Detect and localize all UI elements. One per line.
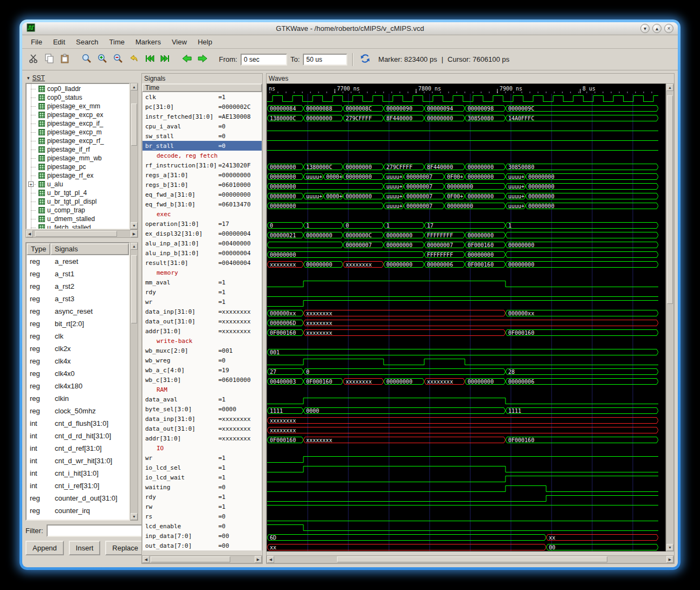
scroll-up-button[interactable]: ▲ [666,84,673,91]
wave-row-wb_wreg[interactable] [267,359,658,365]
signal-row-regs_b[31:0][interactable]: regs_b[31:0]=06010000 [142,180,262,190]
go-to-start-button[interactable] [142,53,157,67]
sst-horizontal-scrollbar[interactable]: ◀ ▶ [25,230,138,238]
tree-item-u_fetch_stalled[interactable]: u_fetch_stalled [27,223,129,230]
prev-edge-button[interactable] [180,53,194,67]
wave-row-data_inp[31:0][interactable]: xxxxxxxx [267,418,658,424]
wave-row-io_lcd_sel[interactable] [267,466,658,472]
tree-item-pipestage_mm_wb[interactable]: pipestage_mm_wb [27,154,129,163]
signal-row-wb_a_c[4:0][interactable]: wb_a_c[4:0]=19 [142,365,262,375]
copy-button[interactable] [42,53,56,67]
scroll-right-button[interactable]: ▶ [131,230,138,237]
signal-row-alu_inp_a[31:0][interactable]: alu_inp_a[31:0]=00400000 [142,238,262,248]
scroll-thumb[interactable] [337,556,608,562]
signal-row-rs[interactable]: rs=0 [142,511,262,521]
maximize-button[interactable]: ▴ [652,24,662,33]
wave-row-byte_sel[3:0][interactable]: 111100001111 [267,408,658,414]
scroll-down-button[interactable]: ▼ [131,222,138,229]
wave-row-eq_fwd_a[31:0][interactable]: 00000000uuuu+0000+00000000uuuu+000000070… [267,193,658,199]
tree-item-pipestage_ex_mm[interactable]: pipestage_ex_mm [27,102,129,111]
scroll-right-button[interactable]: ▶ [255,556,262,563]
table-row-counter_d_out[31:0][interactable]: regcounter_d_out[31:0] [27,492,129,504]
append-button[interactable]: Append [25,541,64,555]
wave-row-rf_instruction[31:0][interactable]: 000000001380000C00000000279CFFFF8F440000… [267,164,658,170]
menu-item-file[interactable]: File [25,35,48,48]
menu-item-time[interactable]: Time [104,35,130,48]
tree-item-pipestage_excp_rf_[interactable]: pipestage_excp_rf_ [27,137,129,145]
scroll-thumb[interactable] [151,556,230,562]
waves-vertical-scrollbar[interactable]: ▲ ▼ [666,83,674,552]
from-field[interactable] [241,54,287,66]
signal-row-eq_fwd_b[31:0][interactable]: eq_fwd_b[31:0]=06013470 [142,199,262,209]
signal-row-rdy[interactable]: rdy=1 [142,492,262,502]
zoom-in-button[interactable] [95,53,109,67]
signal-row-pc[31:0][interactable]: pc[31:0]=0000002C [142,102,262,112]
wave-row-alu_inp_a[31:0][interactable]: 0000000700000000000000070F00016000000000 [267,242,658,248]
table-row-cnt_d_rd_hit[31:0][interactable]: intcnt_d_rd_hit[31:0] [27,430,129,442]
wave-row-addr[31:0][interactable]: 0F000160xxxxxxxx0F000160 [267,330,658,336]
table-row-clk2x[interactable]: regclk2x [27,342,129,355]
signal-row-eq_fwd_a[31:0][interactable]: eq_fwd_a[31:0]=00000000 [142,190,262,199]
signal-row-io_lcd_sel[interactable]: io_lcd_sel=1 [142,463,262,472]
signal-row-regs_a[31:0][interactable]: regs_a[31:0]=00000000 [142,170,262,180]
wave-row-out_data[7:0][interactable]: xx00 [267,544,658,550]
menu-item-search[interactable]: Search [70,35,103,48]
signal-row-data_aval[interactable]: data_aval=1 [142,394,262,404]
table-row-cnt_i_ref[31:0][interactable]: intcnt_i_ref[31:0] [27,479,129,492]
scroll-track[interactable] [131,90,138,222]
signal-row-br_stall[interactable]: br_stall=0 [142,141,262,151]
scroll-up-button[interactable]: ▲ [131,243,138,250]
scroll-right-button[interactable]: ▶ [666,556,673,563]
table-row-cnt_d_ref[31:0][interactable]: intcnt_d_ref[31:0] [27,442,129,455]
signal-row-wb_c[31:0][interactable]: wb_c[31:0]=06010000 [142,375,262,385]
table-row-clk4x0[interactable]: regclk4x0 [27,367,129,380]
scroll-down-button[interactable]: ▼ [666,544,673,551]
signal-row-byte_sel[3:0][interactable]: byte_sel[3:0]=0000 [142,404,262,414]
cut-button[interactable] [27,53,41,67]
wave-row-wb_muxc[2:0][interactable]: 001 [267,349,658,355]
wave-row-data_inp[31:0][interactable]: 000000xxxxxxxxxx000000xx [267,310,658,316]
scroll-track[interactable] [666,91,673,544]
go-to-end-button[interactable] [158,53,172,67]
filter-input[interactable] [47,524,148,537]
time-column-header[interactable]: Time [142,83,262,92]
signal-row-wb_muxc[2:0][interactable]: wb_muxc[2:0]=001 [142,346,262,355]
wave-row-eq_fwd_b[31:0][interactable]: 00000000uuuu+0000000700000000uuuu+000000… [267,203,658,209]
wave-row-pc[31:0][interactable]: 00000084000000880000008C0000009000000094… [267,106,658,112]
next-edge-button[interactable] [196,53,210,67]
signals-horizontal-scrollbar[interactable]: ◀ ▶ [142,555,262,563]
signal-row-rw[interactable]: rw=1 [142,502,262,511]
tree-item-u_comp_trap[interactable]: u_comp_trap [27,206,129,215]
paste-button[interactable] [58,53,72,67]
table-row-a_rst2[interactable]: rega_rst2 [27,280,129,293]
tree-item-pipestage_rf_ex[interactable]: pipestage_rf_ex [27,171,129,180]
wave-row-operation[31:0][interactable]: 0101171 [267,223,658,229]
reload-button[interactable] [358,53,372,67]
tree-item-pipestage_if_rf[interactable]: pipestage_if_rf [27,145,129,154]
signal-row-data_out[31:0][interactable]: data_out[31:0]=xxxxxxxx [142,424,262,433]
table-row-cnt_i_hit[31:0][interactable]: intcnt_i_hit[31:0] [27,467,129,479]
scroll-thumb[interactable] [131,255,137,323]
scroll-down-button[interactable]: ▼ [131,513,138,520]
signal-row-clk[interactable]: clk=1 [142,92,262,102]
table-row-clkin[interactable]: regclkin [27,392,129,405]
wave-row-lcd_enable[interactable] [267,525,658,531]
insert-button[interactable]: Insert [69,541,101,555]
table-vertical-scrollbar[interactable]: ▲ ▼ [130,242,138,521]
signals-column-header[interactable]: Signals [50,243,129,255]
signal-row-instr_fetched[31:0][interactable]: instr_fetched[31:0]=AE130008 [142,112,262,121]
signal-row-io_lcd_wait[interactable]: io_lcd_wait=1 [142,472,262,482]
wave-row-data_out[31:0][interactable]: 0000006Dxxxxxxxx [267,320,658,326]
wave-row-clk[interactable] [267,96,658,102]
scroll-thumb[interactable] [131,103,137,146]
signal-row-lcd_enable[interactable]: lcd_enable=0 [142,521,262,531]
wave-row-regs_b[31:0][interactable]: 00000000uuuu+0000000700000000uuuu+000000… [267,184,658,190]
wave-row-result[31:0][interactable]: xxxxxxxx00000000xxxxxxxx0000000000000006… [267,262,658,268]
to-field[interactable] [303,54,347,66]
tree-item-cop0_status[interactable]: cop0_status [27,93,129,102]
tree-item-pipestage_excp_ex[interactable]: pipestage_excp_ex [27,111,129,119]
sst-vertical-scrollbar[interactable]: ▲ ▼ [130,83,138,230]
table-row-bit_rt[2:0][interactable]: regbit_rt[2:0] [27,317,129,330]
wave-row-data_out[31:0][interactable]: xxxxxxxx [267,427,658,433]
wave-row-addr[31:0][interactable]: 0F000160xxxxxxxx0F000160 [267,437,658,443]
